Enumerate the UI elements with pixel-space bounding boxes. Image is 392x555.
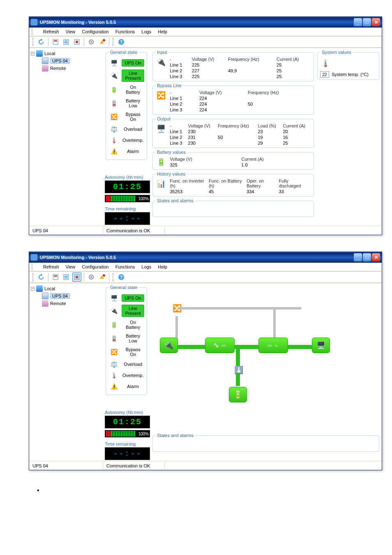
view-detail-icon-2[interactable] (51, 273, 60, 282)
battery-icon: 🔋 (155, 156, 167, 168)
svg-point-21 (103, 274, 105, 277)
toolbar-handle-2[interactable] (113, 38, 114, 46)
help-icon[interactable]: ? (117, 37, 126, 46)
svg-point-8 (90, 41, 92, 43)
tree-item-remote[interactable]: Remote (37, 65, 101, 72)
titlebar[interactable]: UPSMON Monitoring - Version 5.0.5 _ □ ✕ (29, 17, 382, 28)
refresh-icon-2[interactable] (37, 273, 46, 282)
svg-point-20 (90, 276, 92, 278)
history-group: History values 📊 Func. on Inverter (h)Fu… (152, 171, 314, 197)
diagram-inverter-node[interactable]: ⎓ ∿ (258, 338, 288, 353)
client-area-2: −Local UPS 04 Remote General state 🖥️UPS… (29, 283, 382, 461)
view-list-icon[interactable] (62, 37, 71, 46)
menu-configuration[interactable]: Configuration (79, 28, 111, 35)
diagram-main-line (178, 345, 326, 349)
states-alarms-group-2: States and alarms (152, 433, 379, 452)
view-diagram-icon-2[interactable] (72, 273, 81, 282)
toolbar-handle-1[interactable] (32, 38, 34, 46)
on-battery-icon-2: 🔋 (108, 320, 119, 329)
tree-root-2[interactable]: −Local (31, 285, 101, 292)
menu-refresh[interactable]: Refresh (41, 28, 62, 35)
overtemp-label: Overtemp. (122, 137, 144, 143)
svg-rect-18 (76, 276, 78, 278)
overtemp-label-2: Overtemp. (122, 372, 144, 379)
toolbar-handle-2a[interactable] (32, 273, 34, 281)
bypass-on-icon-2: 🔀 (108, 347, 119, 356)
autonomy-bar: 100% (105, 195, 150, 202)
menubar-handle-2[interactable] (32, 264, 37, 270)
tree-item-ups[interactable]: UPS 04 (37, 57, 101, 65)
tree-selected-label-2: UPS 04 (50, 293, 70, 299)
diagram-output-node[interactable]: 🖥️ (312, 338, 330, 353)
window-title: UPSMON Monitoring - Version 5.0.5 (40, 20, 116, 25)
svg-rect-2 (64, 39, 69, 44)
view-diagram-icon[interactable] (72, 37, 81, 46)
maximize-button[interactable]: □ (363, 18, 371, 26)
autonomy-bar-2: 100% (105, 430, 150, 437)
titlebar-2[interactable]: UPSMON Monitoring - Version 5.0.5 _ □ ✕ (29, 252, 382, 263)
alarm-label-2: Alarm (122, 383, 144, 390)
menu-logs[interactable]: Logs (139, 28, 154, 35)
status-comm-2: Communication is OK (103, 462, 165, 469)
device-tree: −Local UPS 04 Remote (29, 48, 103, 226)
ups-on-icon-2: 🖥️ (108, 294, 119, 303)
view-detail-icon[interactable] (51, 37, 60, 46)
diagram-charger-node[interactable]: ⬇️ (230, 362, 248, 378)
states-alarms-legend-2: States and alarms (155, 433, 195, 438)
power-diagram: 🔀 🔌 ∿ ⎓ ⎓ ∿ (152, 284, 380, 432)
bypass-on-label: Bypass On (122, 111, 144, 123)
menu-view-2[interactable]: View (63, 264, 78, 270)
system-values-legend: System values (320, 50, 353, 55)
diagram-bypass-h-line (178, 307, 301, 310)
svg-rect-1 (54, 40, 57, 42)
minimize-button-2[interactable]: _ (354, 253, 362, 261)
menubar-handle[interactable] (32, 28, 37, 35)
history-icon: 📊 (155, 178, 167, 190)
menu-logs-2[interactable]: Logs (139, 264, 154, 270)
menu-configuration-2[interactable]: Configuration (79, 264, 111, 270)
center-column: Input 🔌 -Voltage (V)Frequency (Hz)Curren… (152, 49, 315, 218)
svg-rect-3 (65, 41, 68, 42)
left-column: General state 🖥️UPS On 🔌Line Present 🔋On… (105, 49, 150, 225)
device-tree-2: −Local UPS 04 Remote (29, 283, 103, 461)
menu-view[interactable]: View (63, 28, 78, 35)
tree-item-ups-2[interactable]: UPS 04 (37, 292, 101, 300)
menu-functions-2[interactable]: Functions (113, 264, 138, 270)
svg-text:?: ? (120, 275, 123, 280)
diagram-battery-node[interactable]: 🔋 (229, 387, 247, 402)
diagram-rectifier-node[interactable]: ∿ ⎓ (205, 338, 235, 353)
minimize-button[interactable]: _ (354, 18, 362, 26)
close-button[interactable]: ✕ (372, 18, 380, 26)
close-button-2[interactable]: ✕ (372, 253, 380, 261)
maximize-button-2[interactable]: □ (363, 253, 371, 261)
help-icon-2[interactable]: ? (117, 273, 126, 282)
overload-icon: ⚖️ (108, 125, 119, 134)
states-alarms-group: States and alarms (152, 198, 314, 217)
view-list-icon-2[interactable] (62, 273, 71, 282)
tree-root[interactable]: −Local (31, 50, 101, 57)
menu-functions[interactable]: Functions (113, 28, 138, 35)
toolbar: ? (29, 37, 382, 48)
battery-table: Voltage (V)Current (A) 3251.0 (168, 156, 311, 168)
tree-remote-label-2: Remote (50, 301, 66, 306)
menu-refresh-2[interactable]: Refresh (41, 264, 62, 270)
refresh-icon[interactable] (37, 37, 46, 46)
statusbar: UPS 04 Communication is OK (29, 226, 382, 235)
status-device-2: UPS 04 (29, 462, 103, 469)
settings-icon[interactable] (87, 37, 96, 46)
svg-rect-15 (65, 276, 68, 277)
diagram-input-node[interactable]: 🔌 (160, 338, 178, 353)
tree-item-remote-2[interactable]: Remote (37, 300, 101, 307)
panel-area: General state 🖥️UPS On 🔌Line Present 🔋On… (103, 48, 382, 226)
history-legend: History values (155, 171, 187, 176)
svg-rect-16 (65, 278, 68, 278)
menu-help[interactable]: Help (155, 28, 170, 35)
overload-icon-2: ⚖️ (108, 360, 119, 369)
menu-help-2[interactable]: Help (155, 264, 170, 270)
alarm-toggle-icon[interactable] (97, 37, 106, 46)
app-icon (31, 19, 37, 25)
alarm-toggle-icon-2[interactable] (97, 273, 106, 282)
toolbar-handle-2b[interactable] (113, 273, 114, 281)
app-icon-2 (31, 254, 37, 261)
settings-icon-2[interactable] (87, 273, 96, 282)
